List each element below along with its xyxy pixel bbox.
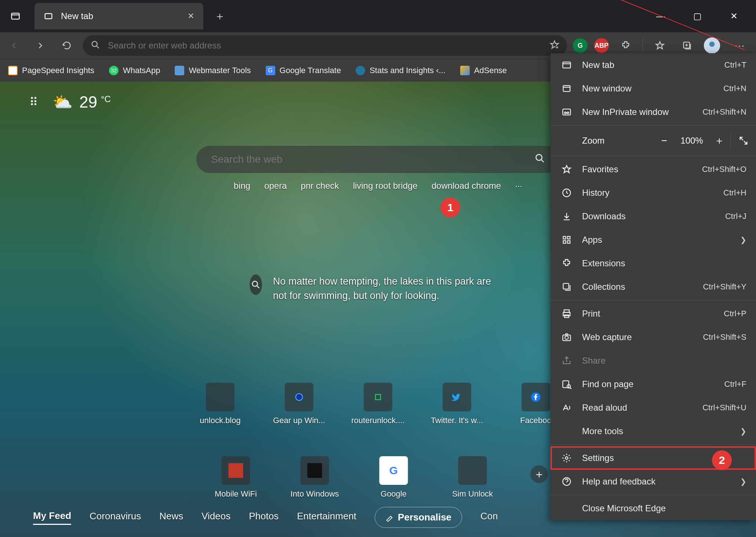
suggestion-more[interactable]: ··· [515, 181, 522, 191]
titlebar: New tab ✕ ＋ — ▢ ✕ [0, 0, 756, 32]
search-icon[interactable] [535, 153, 545, 166]
suggestion-link[interactable]: bing [234, 181, 250, 191]
bookmark-item[interactable]: AdSense [460, 66, 507, 75]
extensions-button[interactable] [615, 35, 636, 56]
fullscreen-button[interactable] [730, 133, 756, 149]
menu-print[interactable]: PrintCtrl+P [550, 302, 756, 325]
quick-link-tile[interactable]: routerunlock.... [363, 383, 393, 425]
suggestion-link[interactable]: download chrome [432, 181, 501, 191]
menu-zoom: Zoom − 100% ＋ [550, 127, 756, 154]
close-window-button[interactable]: ✕ [723, 11, 745, 21]
search-suggestions: bing opera pnr check living root bridge … [234, 181, 522, 191]
feed-tab[interactable]: Videos [201, 511, 230, 524]
back-button[interactable] [4, 35, 24, 56]
quick-link-tile[interactable]: Mobile WiFi [221, 456, 251, 499]
svg-rect-12 [563, 86, 570, 91]
svg-point-9 [296, 394, 303, 401]
address-input[interactable] [108, 40, 549, 51]
svg-point-6 [709, 42, 715, 47]
add-favorite-icon[interactable] [549, 40, 560, 51]
close-tab-button[interactable]: ✕ [186, 11, 196, 21]
quick-link-tile[interactable]: unlock.blog [206, 383, 235, 425]
quick-link-tile[interactable]: Faceboo [521, 383, 550, 425]
zoom-in-button[interactable]: ＋ [708, 134, 730, 148]
menu-new-inprivate[interactable]: New InPrivate windowCtrl+Shift+N [550, 100, 756, 124]
svg-rect-20 [567, 241, 570, 243]
svg-point-29 [566, 457, 568, 459]
window-icon [560, 83, 573, 94]
profile-avatar[interactable] [704, 37, 720, 54]
abp-ext-icon[interactable]: ABP [594, 38, 609, 53]
menu-read-aloud[interactable]: Read aloudCtrl+Shift+U [550, 396, 756, 419]
svg-rect-19 [563, 241, 566, 243]
bookmark-item[interactable]: Stats and Insights ‹... [356, 66, 446, 75]
feed-tab[interactable]: Photos [249, 511, 279, 524]
svg-rect-0 [12, 13, 19, 19]
feed-tab[interactable]: News [159, 511, 183, 524]
zoom-out-button[interactable]: − [653, 135, 675, 147]
quick-link-tile[interactable]: Twitter. It's w... [442, 383, 472, 425]
menu-help[interactable]: Help and feedback❯ [550, 470, 756, 493]
menu-close-edge[interactable]: Close Microsoft Edge [550, 497, 756, 520]
forward-button[interactable] [30, 35, 51, 56]
address-bar[interactable] [83, 35, 567, 56]
inprivate-icon [560, 107, 573, 117]
menu-new-tab[interactable]: New tabCtrl+T [550, 53, 756, 77]
tab-title: New tab [61, 11, 186, 21]
menu-more-tools[interactable]: More tools❯ [550, 419, 756, 443]
menu-web-capture[interactable]: Web captureCtrl+Shift+S [550, 325, 756, 349]
menu-collections[interactable]: CollectionsCtrl+Shift+Y [550, 275, 756, 299]
svg-point-14 [564, 112, 566, 114]
quick-link-tile[interactable]: GGoogle [379, 456, 408, 499]
svg-rect-18 [567, 237, 570, 239]
menu-favorites[interactable]: FavoritesCtrl+Shift+O [550, 158, 756, 181]
share-icon [560, 356, 573, 366]
feed-tab[interactable]: My Feed [33, 510, 71, 525]
quick-link-tile[interactable]: Sim Unlock [458, 456, 487, 499]
add-quick-link-button[interactable]: ＋ [530, 465, 548, 483]
active-tab[interactable]: New tab ✕ [34, 3, 203, 29]
suggestion-link[interactable]: pnr check [301, 181, 339, 191]
collections-button[interactable] [677, 35, 697, 56]
suggestion-link[interactable]: living root bridge [353, 181, 418, 191]
weather-widget[interactable]: ⛅ 29 °C [52, 93, 111, 112]
page-settings-icon[interactable]: ⠿ [29, 95, 38, 109]
svg-point-8 [252, 281, 258, 286]
bookmark-item[interactable]: PageSpeed Insights [8, 66, 94, 75]
search-icon[interactable] [250, 274, 262, 295]
tab-actions-button[interactable] [4, 4, 27, 28]
quick-link-tile[interactable]: Gear up Win... [284, 383, 314, 425]
read-aloud-icon [560, 403, 573, 413]
feed-tab[interactable]: Entertainment [297, 511, 356, 524]
grammarly-ext-icon[interactable]: G [573, 38, 588, 53]
feed-tab[interactable]: Coronavirus [90, 511, 141, 524]
more-menu-button[interactable]: ⋯ [727, 35, 752, 56]
suggestion-link[interactable]: opera [264, 181, 287, 191]
favorites-button[interactable] [650, 35, 670, 56]
camera-icon [560, 332, 573, 342]
bookmark-item[interactable]: Webmaster Tools [175, 66, 251, 75]
print-icon [560, 309, 573, 319]
menu-apps[interactable]: Apps❯ [550, 228, 756, 252]
star-icon [560, 164, 573, 174]
menu-history[interactable]: HistoryCtrl+H [550, 181, 756, 205]
maximize-button[interactable]: ▢ [686, 11, 708, 21]
menu-extensions[interactable]: Extensions [550, 252, 756, 275]
help-icon [560, 476, 573, 487]
ntp-search-box[interactable] [196, 146, 560, 173]
bookmark-item[interactable]: GGoogle Translate [266, 66, 341, 75]
svg-point-7 [536, 154, 542, 160]
feed-tab[interactable]: Con [480, 511, 498, 524]
bookmark-item[interactable]: 32WhatsApp [109, 66, 160, 75]
menu-new-window[interactable]: New windowCtrl+N [550, 77, 756, 100]
refresh-button[interactable] [57, 35, 77, 56]
new-tab-button[interactable]: ＋ [211, 7, 229, 25]
menu-separator [550, 444, 756, 445]
menu-find[interactable]: Find on pageCtrl+F [550, 372, 756, 396]
menu-separator [550, 300, 756, 300]
menu-downloads[interactable]: DownloadsCtrl+J [550, 205, 756, 228]
quick-link-tile[interactable]: Into Windows [300, 456, 330, 499]
chevron-right-icon: ❯ [740, 427, 746, 436]
personalise-button[interactable]: Personalise [375, 507, 462, 528]
ntp-search-input[interactable] [211, 154, 535, 165]
